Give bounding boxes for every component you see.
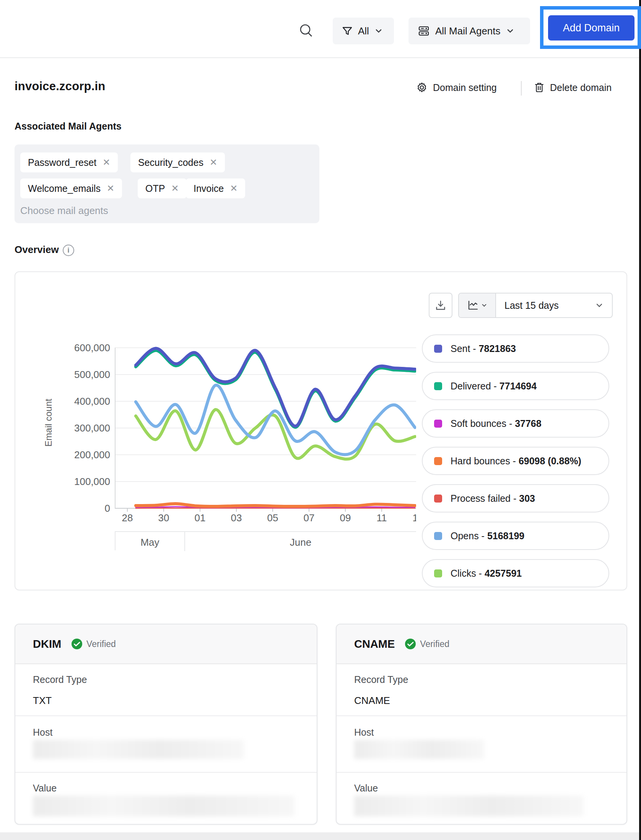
value-label: Value [354, 783, 378, 794]
x-tick: 30 [158, 512, 169, 524]
legend-value: 69098 (0.88%) [519, 456, 581, 466]
gear-icon [416, 82, 428, 93]
choose-mail-agents-placeholder[interactable]: Choose mail agents [20, 205, 108, 217]
agent-chip[interactable]: Password_reset ✕ [20, 152, 118, 172]
delivered-swatch-icon [434, 382, 442, 390]
divider [337, 715, 626, 716]
host-label: Host [33, 727, 52, 738]
hard-bounces-swatch-icon [434, 457, 442, 465]
legend-item-hard-bounces[interactable]: Hard bounces - 69098 (0.88%) [422, 447, 609, 475]
mail-agents-section-title: Associated Mail Agents [15, 121, 122, 132]
agent-chip-label: Welcome_emails [28, 183, 101, 194]
cname-card-header: CNAME Verified [337, 624, 626, 664]
agent-chip-label: Invoice [194, 183, 224, 194]
chart-type-dropdown[interactable] [459, 294, 496, 317]
divider [15, 772, 317, 773]
date-range-dropdown[interactable]: Last 15 days [496, 294, 612, 317]
cname-title: CNAME [354, 638, 395, 650]
check-circle-icon [405, 638, 416, 650]
legend-item-clicks[interactable]: Clicks - 4257591 [422, 559, 609, 587]
series-opens [136, 385, 415, 455]
legend-value: 303 [519, 493, 535, 504]
agent-chip[interactable]: Invoice ✕ [186, 178, 245, 198]
series-hard-bounces [136, 504, 415, 506]
dkim-card: DKIM Verified Record Type TXT Host Value [15, 624, 317, 825]
legend-label: Sent - [451, 343, 479, 354]
verified-label: Verified [86, 639, 116, 649]
dkim-title: DKIM [33, 638, 61, 650]
divider [15, 715, 317, 716]
delete-domain-label: Delete domain [550, 82, 612, 93]
x-tick: 05 [267, 512, 278, 524]
zeptomail-domain-page: All All Mail Agents Add Domain invoice.z… [0, 0, 641, 840]
funnel-icon [342, 26, 353, 36]
legend-label: Delivered - [451, 381, 499, 391]
filter-label: All [358, 25, 369, 37]
agent-chip-label: Password_reset [28, 157, 96, 168]
legend-item-sent[interactable]: Sent - 7821863 [422, 334, 609, 363]
legend-value: 5168199 [487, 530, 524, 541]
y-tick: 400,000 [49, 395, 110, 407]
window-edge [639, 0, 641, 840]
agent-chip[interactable]: Welcome_emails ✕ [20, 178, 122, 198]
x-axis-labels: 28 30 01 03 05 07 09 11 13 [115, 512, 416, 526]
legend-item-delivered[interactable]: Delivered - 7714694 [422, 372, 609, 400]
remove-chip-icon[interactable]: ✕ [107, 184, 114, 193]
legend-label: Soft bounces - [451, 418, 515, 429]
domain-setting-label: Domain setting [433, 82, 497, 93]
soft-bounces-swatch-icon [434, 420, 442, 428]
line-chart-icon [467, 300, 479, 311]
line-chart-plot[interactable] [115, 336, 416, 514]
add-domain-button[interactable]: Add Domain [548, 15, 634, 41]
domain-setting-button[interactable]: Domain setting [416, 82, 497, 93]
chevron-down-icon [506, 27, 514, 35]
chart-range-control: Last 15 days [458, 293, 613, 318]
legend-label: Hard bounces - [451, 456, 519, 466]
agent-chip-label: OTP [145, 183, 165, 194]
agent-chip-label: Security_codes [138, 157, 203, 168]
mail-agents-dropdown[interactable]: All Mail Agents [408, 18, 530, 44]
month-axis-row: May June [115, 531, 416, 550]
dkim-verified-badge: Verified [71, 638, 116, 650]
x-tick: 03 [231, 512, 242, 524]
download-icon [435, 300, 446, 311]
delete-domain-button[interactable]: Delete domain [534, 82, 612, 93]
y-tick: 300,000 [49, 422, 110, 434]
record-type-label: Record Type [33, 674, 87, 685]
mail-agents-label: All Mail Agents [435, 25, 501, 37]
divider [337, 772, 626, 773]
x-tick: 28 [122, 512, 133, 524]
remove-chip-icon[interactable]: ✕ [171, 184, 179, 193]
legend-item-opens[interactable]: Opens - 5168199 [422, 522, 609, 550]
value-label: Value [33, 783, 57, 794]
filter-dropdown[interactable]: All [333, 18, 394, 44]
check-circle-icon [71, 638, 83, 650]
remove-chip-icon[interactable]: ✕ [102, 158, 110, 167]
x-tick: 13 [413, 512, 416, 524]
download-chart-button[interactable] [429, 293, 452, 318]
cname-verified-badge: Verified [405, 638, 449, 650]
remove-chip-icon[interactable]: ✕ [210, 158, 217, 167]
chevron-down-icon [481, 302, 487, 308]
page-bottom-strip [0, 832, 641, 840]
legend-item-soft-bounces[interactable]: Soft bounces - 37768 [422, 409, 609, 438]
month-label-may: May [140, 537, 159, 548]
legend-label: Process failed - [451, 493, 519, 504]
legend-item-process-failed[interactable]: Process failed - 303 [422, 484, 609, 512]
legend-label: Opens - [451, 530, 487, 541]
x-tick: 07 [304, 512, 315, 524]
y-tick: 200,000 [49, 449, 110, 461]
agent-chip[interactable]: Security_codes ✕ [130, 152, 225, 172]
remove-chip-icon[interactable]: ✕ [230, 184, 238, 193]
x-tick: 11 [377, 512, 387, 524]
legend-value: 7714694 [499, 381, 537, 391]
cname-card: CNAME Verified Record Type CNAME Host Va… [336, 624, 627, 825]
clicks-swatch-icon [434, 569, 442, 577]
search-icon[interactable] [298, 21, 315, 39]
divider [521, 81, 522, 96]
agent-chip[interactable]: OTP ✕ [138, 178, 187, 198]
info-icon[interactable]: i [63, 245, 74, 256]
y-tick: 600,000 [49, 342, 110, 354]
process-failed-swatch-icon [434, 495, 442, 503]
record-type-value: CNAME [354, 695, 390, 707]
